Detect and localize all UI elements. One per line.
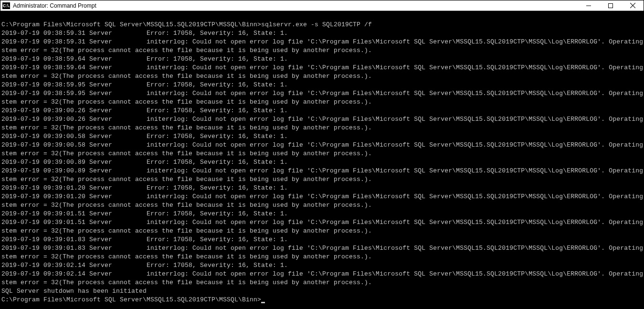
titlebar[interactable]: C:\. Administrator: Command Prompt <box>0 0 644 11</box>
cursor <box>261 302 265 303</box>
command-prompt-window: C:\. Administrator: Command Prompt C:\Pr… <box>0 0 644 309</box>
minimize-icon <box>586 3 591 8</box>
maximize-button[interactable] <box>600 0 622 11</box>
close-button[interactable] <box>622 0 644 11</box>
window-title: Administrator: Command Prompt <box>13 2 578 9</box>
svg-rect-1 <box>609 3 613 8</box>
app-icon: C:\. <box>2 2 10 9</box>
terminal-output[interactable]: C:\Program Files\Microsoft SQL Server\MS… <box>0 11 644 309</box>
close-icon <box>630 3 635 8</box>
minimize-button[interactable] <box>578 0 600 11</box>
maximize-icon <box>608 3 613 8</box>
window-controls <box>578 0 644 11</box>
